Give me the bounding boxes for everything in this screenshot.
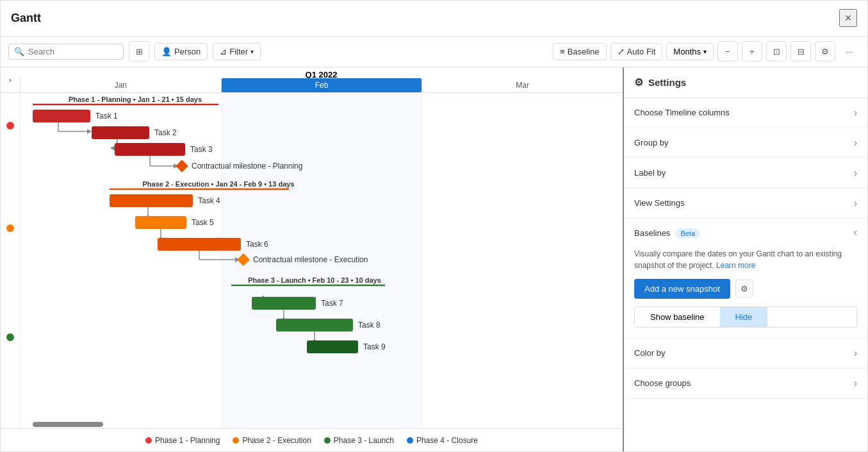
filter-button[interactable]: ⊿ Filter ▾ (213, 43, 261, 60)
zoom-in-button[interactable]: + (742, 41, 762, 62)
task8-label: Task 8 (358, 321, 381, 330)
task6-bar[interactable] (158, 238, 241, 251)
phase1-dot (6, 122, 14, 130)
task8-bar[interactable] (276, 319, 353, 331)
zoom-out-icon: − (725, 47, 730, 56)
baseline-button[interactable]: ≡ Baseline (553, 43, 606, 60)
gantt-header: › Q1 2022 Jan Feb Mar (1, 67, 623, 93)
task9-bar[interactable] (307, 340, 358, 353)
hide-baseline-button[interactable]: Hide (720, 307, 768, 327)
legend-label-phase1: Phase 1 - Planning (155, 436, 220, 445)
phase2-label: Phase 2 - Execution • Jan 24 - Feb 9 • 1… (143, 180, 295, 188)
task4-bar[interactable] (110, 194, 193, 207)
milestone2-diamond (237, 253, 250, 266)
snapshot-settings-button[interactable]: ⚙ (735, 280, 753, 297)
month-feb: Feb (221, 78, 422, 92)
legend-phase1: Phase 1 - Planning (145, 436, 220, 445)
legend-label-phase3: Phase 3 - Launch (334, 436, 394, 445)
search-box[interactable]: 🔍 (8, 44, 124, 60)
months-label: Months (673, 47, 701, 56)
task6-label: Task 6 (246, 240, 268, 249)
baselines-section: Baselines Beta › Visually compare the da… (624, 219, 867, 339)
settings-button[interactable]: ⚙ (815, 41, 835, 62)
settings-panel: ⚙ Settings Choose Timeline columns › Gro… (624, 67, 867, 451)
settings-timeline-columns[interactable]: Choose Timeline columns › (624, 98, 867, 128)
gear-icon: ⚙ (821, 47, 829, 56)
baseline-icon: ≡ (560, 47, 565, 56)
groupby-chevron-icon: › (854, 137, 857, 149)
legend-label-phase4: Phase 4 - Closure (416, 436, 478, 445)
legend-dot-phase1 (145, 437, 152, 444)
baseline-toggle: Show baseline Hide (634, 306, 857, 328)
beta-badge: Beta (675, 228, 700, 239)
settings-group-by[interactable]: Group by › (624, 128, 867, 158)
search-icon: 🔍 (14, 47, 24, 56)
baseline-label: Baseline (568, 47, 600, 56)
task1-bar[interactable] (33, 110, 90, 122)
task5-bar[interactable] (135, 216, 186, 229)
collapse-toggle[interactable]: › (1, 75, 20, 85)
month-mar: Mar (422, 78, 623, 92)
baselines-chevron-icon: › (854, 228, 857, 239)
task2-bar[interactable] (92, 126, 149, 139)
more-button[interactable]: ··· (839, 41, 860, 62)
filter-label: Filter (229, 47, 248, 56)
app-title: Gantt (11, 12, 41, 25)
settings-color-by[interactable]: Color by › (624, 339, 867, 369)
dots-column (1, 93, 20, 428)
task1-label: Task 1 (95, 112, 118, 121)
months-chevron-icon: ▾ (703, 48, 707, 55)
save-button[interactable]: ⊞ (129, 41, 149, 62)
settings-label-by[interactable]: Label by › (624, 158, 867, 188)
layout1-button[interactable]: ⊡ (766, 41, 787, 62)
autofit-label: Auto Fit (627, 47, 656, 56)
person-button[interactable]: 👤 Person (154, 43, 208, 60)
learn-more-link[interactable]: Learn more (716, 261, 755, 270)
task4-label: Task 4 (198, 196, 220, 205)
close-button[interactable]: × (839, 9, 857, 27)
settings-groupby-label: Group by (634, 138, 668, 147)
settings-viewsettings-label: View Settings (634, 198, 685, 208)
filter-chevron-icon: ▾ (250, 48, 254, 55)
gantt-body: Phase 1 - Planning • Jan 1 - 21 • 15 day… (1, 93, 623, 428)
colorby-chevron-icon: › (854, 347, 857, 359)
legend-phase3: Phase 3 - Launch (324, 436, 394, 445)
settings-view-settings[interactable]: View Settings › (624, 188, 867, 219)
timeline-chevron-icon: › (854, 107, 857, 119)
person-label: Person (174, 47, 201, 56)
task3-label: Task 3 (190, 145, 213, 154)
person-icon: 👤 (161, 47, 172, 56)
horizontal-scrollbar[interactable] (33, 422, 103, 427)
legend-dot-phase2 (233, 437, 239, 444)
legend-dot-phase3 (324, 437, 331, 444)
show-baseline-button[interactable]: Show baseline (635, 307, 720, 327)
search-input[interactable] (28, 47, 111, 56)
milestone2-label: Contractual milestone - Execution (253, 255, 368, 264)
toolbar: 🔍 ⊞ 👤 Person ⊿ Filter ▾ ≡ Baseline ⤢ Aut… (1, 37, 867, 67)
baselines-header[interactable]: Baselines Beta › (634, 219, 857, 248)
chart-canvas: Phase 1 - Planning • Jan 1 - 21 • 15 day… (20, 93, 623, 428)
viewsettings-chevron-icon: › (854, 197, 857, 209)
settings-title: Settings (648, 77, 686, 88)
snapshot-row: Add a new snapshot ⚙ (634, 279, 857, 299)
task5-label: Task 5 (192, 218, 214, 227)
autofit-button[interactable]: ⤢ Auto Fit (610, 43, 663, 60)
settings-labelby-label: Label by (634, 168, 666, 178)
zoom-out-button[interactable]: − (717, 41, 738, 62)
task7-bar[interactable] (252, 297, 316, 310)
layout2-button[interactable]: ⊟ (790, 41, 811, 62)
arrow2-head (110, 146, 115, 151)
months-select[interactable]: Months ▾ (666, 43, 714, 60)
add-snapshot-button[interactable]: Add a new snapshot (634, 279, 730, 299)
settings-choose-groups[interactable]: Choose groups › (624, 369, 867, 399)
choosegroups-chevron-icon: › (854, 378, 857, 389)
settings-gear-icon: ⚙ (634, 76, 643, 88)
gantt-legend: Phase 1 - Planning Phase 2 - Execution P… (1, 428, 623, 451)
legend-dot-phase4 (407, 437, 413, 444)
app-header: Gantt × (1, 1, 867, 37)
legend-label-phase2: Phase 2 - Execution (242, 436, 311, 445)
arrow1-head (87, 129, 92, 134)
settings-timeline-label: Choose Timeline columns (634, 108, 730, 117)
task3-bar[interactable] (115, 143, 185, 156)
phase3-label: Phase 3 - Launch • Feb 10 - 23 • 10 days (248, 276, 381, 284)
